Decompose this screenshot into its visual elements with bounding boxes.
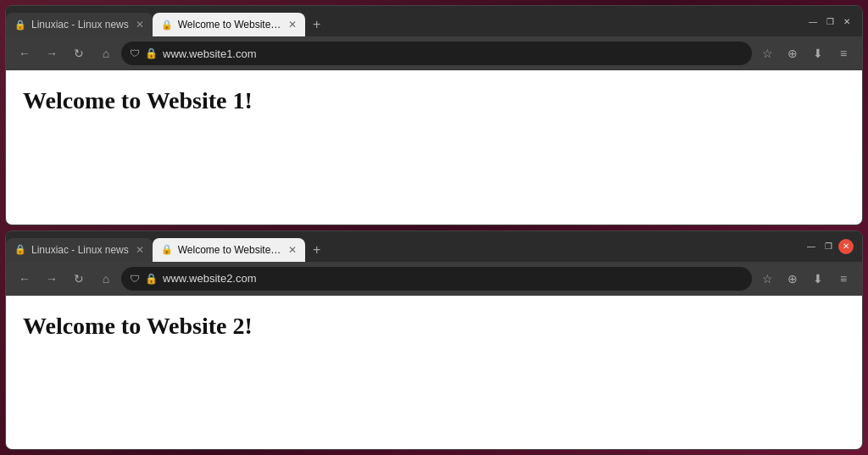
- nav-actions-2: ☆ ⊕ ⬇ ≡: [755, 267, 855, 291]
- close-button-1[interactable]: ✕: [840, 14, 854, 28]
- tab-close-active-2[interactable]: ✕: [288, 244, 297, 256]
- download-button-2[interactable]: ⬇: [806, 267, 830, 291]
- page-heading-2: Welcome to Website 2!: [23, 313, 845, 340]
- nav-bar-2: ← → ↻ ⌂ 🛡 🔒 www.website2.com ☆ ⊕ ⬇ ≡: [6, 262, 862, 296]
- maximize-button-2[interactable]: ❒: [821, 240, 835, 253]
- page-content-2: Welcome to Website 2!: [6, 296, 862, 450]
- back-button-1[interactable]: ←: [13, 42, 36, 65]
- tab-active-1[interactable]: 🔒 Welcome to Website 1! ✕: [153, 13, 305, 36]
- reload-button-1[interactable]: ↻: [67, 42, 91, 65]
- new-tab-button-2[interactable]: +: [305, 238, 329, 262]
- tab-active-lock-icon-1: 🔒: [161, 19, 173, 31]
- tab-inactive-label-1: Linuxiac - Linux news: [31, 19, 129, 31]
- window-controls-1: — ❒ ✕: [798, 14, 862, 28]
- home-button-1[interactable]: ⌂: [94, 42, 118, 65]
- forward-button-2[interactable]: →: [40, 267, 64, 291]
- address-bar-2[interactable]: 🛡 🔒 www.website2.com: [121, 267, 752, 291]
- tab-active-lock-icon-2: 🔒: [161, 244, 173, 255]
- address-shield-icon-1: 🛡: [130, 47, 140, 59]
- url-text-1: www.website1.com: [163, 47, 257, 60]
- tabs-area-1: 🔒 Linuxiac - Linux news ✕ 🔒 Welcome to W…: [6, 6, 798, 36]
- tab-close-inactive-2[interactable]: ✕: [136, 244, 144, 256]
- minimize-button-1[interactable]: —: [806, 14, 820, 28]
- tab-active-label-1: Welcome to Website 1!: [178, 19, 281, 31]
- wallet-button-2[interactable]: ⊕: [781, 267, 804, 291]
- tab-active-2[interactable]: 🔒 Welcome to Website 2! ✕: [153, 238, 305, 262]
- url-text-2: www.website2.com: [163, 272, 257, 285]
- page-heading-1: Welcome to Website 1!: [23, 87, 845, 114]
- tab-active-label-2: Welcome to Website 2!: [178, 244, 281, 256]
- tab-close-inactive-1[interactable]: ✕: [136, 19, 144, 31]
- close-button-2[interactable]: ✕: [838, 239, 854, 254]
- tabs-area-2: 🔒 Linuxiac - Linux news ✕ 🔒 Welcome to W…: [6, 231, 796, 262]
- download-button-1[interactable]: ⬇: [806, 42, 830, 65]
- wallet-button-1[interactable]: ⊕: [781, 42, 804, 65]
- browser-window-2: 🔒 Linuxiac - Linux news ✕ 🔒 Welcome to W…: [5, 230, 863, 451]
- home-button-2[interactable]: ⌂: [94, 267, 118, 291]
- minimize-button-2[interactable]: —: [804, 240, 818, 253]
- address-lock-icon-1: 🔒: [145, 47, 158, 59]
- bookmark-button-1[interactable]: ☆: [755, 42, 779, 65]
- nav-bar-1: ← → ↻ ⌂ 🛡 🔒 www.website1.com ☆ ⊕ ⬇ ≡: [6, 36, 862, 70]
- browser-window-1: 🔒 Linuxiac - Linux news ✕ 🔒 Welcome to W…: [5, 5, 863, 225]
- window-controls-2: — ❒ ✕: [796, 239, 862, 254]
- tab-inactive-2[interactable]: 🔒 Linuxiac - Linux news ✕: [6, 238, 153, 262]
- nav-actions-1: ☆ ⊕ ⬇ ≡: [755, 42, 855, 65]
- maximize-button-1[interactable]: ❒: [823, 14, 837, 28]
- title-bar-2: 🔒 Linuxiac - Linux news ✕ 🔒 Welcome to W…: [6, 231, 862, 262]
- page-content-1: Welcome to Website 1!: [6, 70, 862, 225]
- tab-lock-icon-1: 🔒: [14, 19, 26, 31]
- tab-lock-icon-2: 🔒: [14, 244, 26, 255]
- menu-button-1[interactable]: ≡: [832, 42, 855, 65]
- tab-close-active-1[interactable]: ✕: [288, 19, 297, 31]
- back-button-2[interactable]: ←: [13, 267, 36, 291]
- tab-inactive-1[interactable]: 🔒 Linuxiac - Linux news ✕: [6, 13, 153, 36]
- title-bar-1: 🔒 Linuxiac - Linux news ✕ 🔒 Welcome to W…: [6, 6, 862, 36]
- address-shield-icon-2: 🛡: [130, 273, 140, 285]
- new-tab-button-1[interactable]: +: [305, 13, 329, 36]
- menu-button-2[interactable]: ≡: [832, 267, 855, 291]
- tab-inactive-label-2: Linuxiac - Linux news: [31, 244, 129, 256]
- address-lock-icon-2: 🔒: [145, 273, 158, 285]
- address-bar-1[interactable]: 🛡 🔒 www.website1.com: [121, 42, 752, 65]
- forward-button-1[interactable]: →: [40, 42, 64, 65]
- reload-button-2[interactable]: ↻: [67, 267, 91, 291]
- bookmark-button-2[interactable]: ☆: [755, 267, 779, 291]
